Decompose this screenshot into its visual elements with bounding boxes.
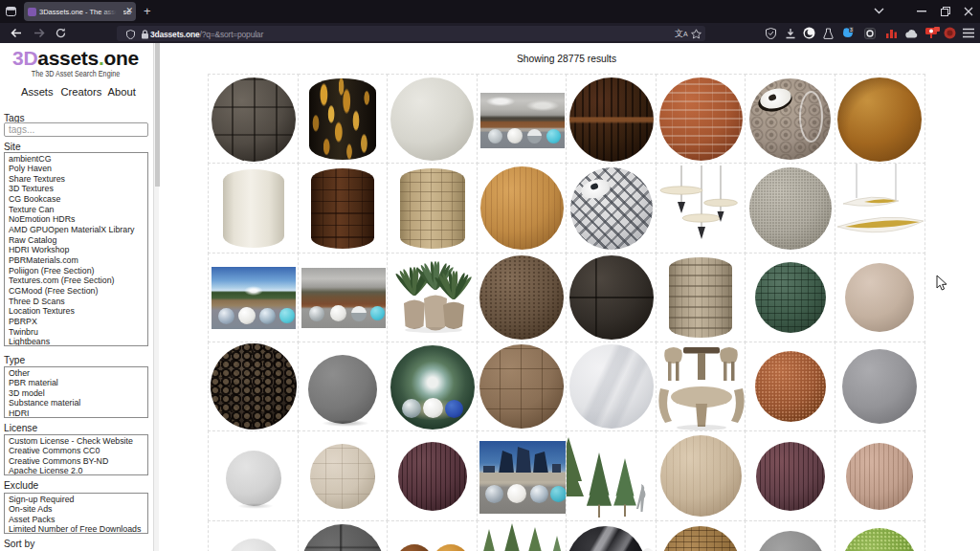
svg-text:3: 3: [850, 27, 853, 33]
